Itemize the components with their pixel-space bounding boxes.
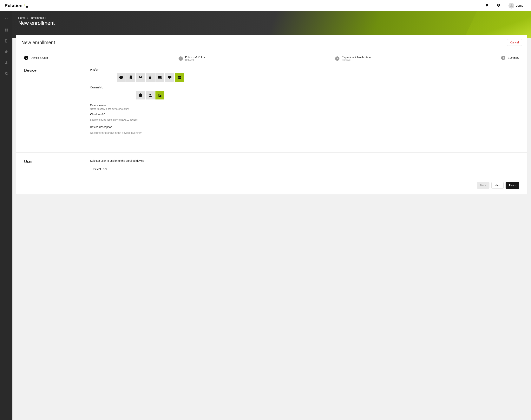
topbar: Relution ⌄ ? ⌄ Demo ⌄ [0, 0, 531, 11]
chevron-down-icon: ⌄ [524, 4, 526, 7]
device-description-input[interactable] [90, 131, 210, 144]
ownership-personal[interactable] [146, 91, 155, 100]
platform-laptop[interactable] [156, 73, 164, 82]
svg-rect-27 [160, 95, 161, 95]
device-name-label: Device name [90, 104, 210, 107]
svg-rect-6 [7, 30, 8, 32]
platform-desktop[interactable] [165, 73, 174, 82]
device-name-input[interactable] [90, 111, 210, 117]
select-user-button[interactable]: Select user [90, 166, 110, 172]
platform-android[interactable] [126, 73, 135, 82]
step-separator [207, 58, 332, 58]
bell-icon [485, 3, 489, 8]
chevron-down-icon: ⌄ [490, 4, 492, 7]
step-number: 4 [501, 56, 505, 60]
wizard-card: New enrollment Cancel 1 Device & User 2 … [16, 35, 527, 195]
step-label: Policies & Rules [185, 56, 205, 59]
svg-point-13 [131, 76, 131, 76]
step-number: 1 [24, 56, 28, 60]
step-label: Expiration & Notification [342, 56, 371, 59]
nav-devices[interactable] [3, 38, 9, 44]
step-number: 3 [335, 56, 340, 61]
person-icon [148, 93, 152, 97]
svg-rect-4 [7, 29, 8, 30]
topbar-right: ⌄ ? ⌄ Demo ⌄ [485, 3, 526, 9]
avatar-icon [509, 3, 514, 9]
nav-settings[interactable] [3, 71, 9, 76]
step-separator [374, 58, 498, 58]
svg-point-14 [140, 77, 140, 78]
page-title: New enrollment [18, 20, 531, 26]
desktop-icon [168, 75, 172, 79]
brand[interactable]: Relution [5, 3, 28, 8]
android-icon [129, 75, 133, 79]
apple-icon [148, 75, 152, 79]
help-menu[interactable]: ? ⌄ [497, 3, 503, 8]
svg-rect-17 [168, 76, 171, 78]
user-name: Demo [515, 4, 523, 7]
nav-dashboard[interactable] [3, 16, 9, 22]
nav-education[interactable] [3, 49, 9, 55]
ownership-corporate[interactable] [156, 91, 164, 100]
ownership-unknown[interactable] [136, 91, 145, 100]
step-summary[interactable]: 4 Summary [501, 56, 519, 60]
step-sublabel: Optional [185, 59, 205, 61]
page-hero: Home › Enrollments › New enrollment [12, 11, 531, 38]
step-policies-rules[interactable]: 2 Policies & Rules Optional [179, 56, 205, 61]
device-name-help: Sets the device name on Windows 10 devic… [90, 119, 210, 121]
brand-name: Relution [5, 3, 22, 8]
platform-unknown[interactable] [117, 73, 125, 82]
svg-point-19 [140, 96, 141, 96]
svg-point-12 [130, 76, 131, 76]
svg-rect-21 [159, 94, 159, 95]
svg-point-15 [141, 77, 141, 78]
user-menu[interactable]: Demo ⌄ [509, 3, 526, 9]
question-icon [119, 75, 123, 79]
platform-windows[interactable] [175, 73, 184, 82]
nav-users[interactable] [3, 60, 9, 66]
step-device-user[interactable]: 1 Device & User [24, 56, 48, 60]
breadcrumb: Home › Enrollments › [18, 16, 531, 19]
help-icon: ? [497, 3, 500, 8]
svg-rect-5 [5, 30, 6, 32]
stepper: 1 Device & User 2 Policies & Rules Optio… [16, 50, 527, 65]
svg-rect-25 [159, 95, 159, 96]
platform-android-enterprise[interactable] [136, 73, 145, 82]
question-icon [138, 93, 143, 97]
step-sublabel: Optional [342, 59, 371, 61]
svg-rect-3 [5, 29, 6, 30]
step-number: 2 [179, 56, 183, 61]
svg-rect-24 [159, 95, 160, 95]
wizard-footer: Back Next Finish [16, 172, 527, 189]
section-title-user: User [24, 159, 82, 172]
notifications-menu[interactable]: ⌄ [485, 3, 492, 8]
sidenav [0, 11, 12, 420]
svg-point-11 [121, 78, 121, 78]
brand-logo-icon [24, 4, 28, 8]
platform-label: Platform [90, 68, 210, 71]
building-icon [158, 93, 162, 97]
windows-icon [177, 75, 181, 79]
device-name-sublabel: Name to show in the device inventory [90, 108, 210, 110]
step-label: Summary [508, 56, 519, 59]
finish-button[interactable]: Finish [506, 182, 519, 189]
platform-apple[interactable] [146, 73, 155, 82]
step-separator [51, 58, 176, 58]
ownership-label: Ownership [90, 86, 210, 89]
step-expiration-notification[interactable]: 3 Expiration & Notification Optional [335, 56, 371, 61]
svg-text:?: ? [498, 4, 499, 6]
next-button[interactable]: Next [491, 182, 504, 189]
svg-rect-16 [158, 76, 161, 78]
nav-apps[interactable] [3, 27, 9, 33]
laptop-icon [158, 75, 162, 79]
cancel-button[interactable]: Cancel [507, 39, 522, 46]
svg-point-9 [6, 61, 7, 63]
svg-point-8 [6, 42, 6, 42]
breadcrumb-home[interactable]: Home [18, 16, 25, 19]
ownership-toggle-group [90, 91, 210, 100]
breadcrumb-enrollments[interactable]: Enrollments [30, 16, 44, 19]
step-label: Device & User [31, 56, 48, 59]
android-enterprise-icon [138, 75, 143, 79]
chevron-right-icon: › [27, 16, 28, 19]
chevron-right-icon: › [46, 16, 47, 19]
